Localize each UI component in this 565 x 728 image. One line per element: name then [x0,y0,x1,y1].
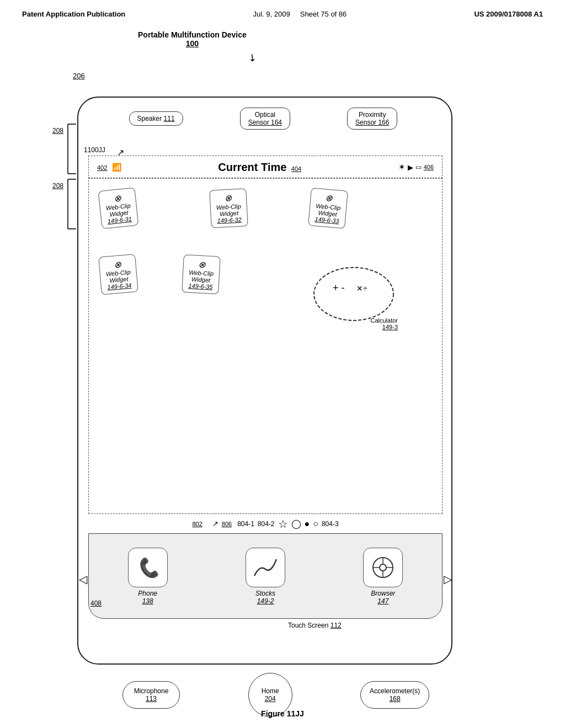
microphone-button[interactable]: Microphone113 [122,681,180,709]
widget-label-31: Web-ClipWidget149-6-31 [105,202,132,225]
dock-browser[interactable]: Browser147 [363,548,403,605]
svg-point-10 [380,564,386,571]
label-206: 206 [73,72,85,80]
current-time-text: Current Time [218,161,286,173]
label-8043-text: 804-3 [322,520,339,528]
widget-icon-32: ⊗ [216,192,241,204]
header-date: Jul. 9, 2009 [253,10,290,18]
label-1100jj: 1100JJ [84,146,105,154]
status-label-406: 406 [424,164,434,170]
label-208-top: 208 [52,127,63,135]
widget-149-6-34[interactable]: ⊗ Web-ClipWidget149-6-34 [98,254,138,295]
touchscreen-label: Touch Screen 112 [288,622,342,629]
phone-label: Phone138 [128,590,168,605]
widget-label-32: Web-ClipWidget149-6-32 [216,203,242,224]
dock-arrow-left: ◁ [79,572,87,586]
person-icon: ◯ [291,518,301,529]
dot-filled-icon: ● [305,519,310,529]
phone-icon: 📞 [128,548,168,587]
header-center: Jul. 9, 2009 Sheet 75 of 86 [253,10,347,18]
bottom-dock: ◁ ▷ 📞 Phone138 Stocks149-2 [88,533,443,619]
arrow-left-806: ↗ [212,520,218,528]
patent-header: Patent Application Publication Jul. 9, 2… [0,0,565,24]
widget-149-6-32[interactable]: ⊗ Web-ClipWidget149-6-32 [209,188,248,228]
header-sheet: Sheet 75 of 86 [300,10,347,18]
status-label-404: 404 [291,165,301,172]
microphone-label: Microphone113 [134,687,169,703]
speaker-sensor: Speaker 111 [129,111,183,126]
accelerometer-button[interactable]: Accelerometer(s)168 [360,681,429,709]
sensors-row: Speaker 111 OpticalSensor 164 ProximityS… [100,108,426,130]
dock-arrow-right: ▷ [444,572,452,586]
browser-label: Browser147 [363,590,403,605]
calculator-icon: + - ✕÷ [310,264,398,324]
label-208-bottom: 208 [52,182,63,190]
bt-icon: ✶ [398,162,406,172]
browser-icon [363,548,403,587]
stocks-label: Stocks149-2 [246,590,285,605]
title-arrow-icon: ↘ [246,50,260,65]
calculator-widget[interactable]: + - ✕÷ Calculator 149-3 [310,264,398,330]
status-bar-content: 402 📶 Current Time 404 ✶ ▶ ▭ 406 [90,157,440,177]
status-left: 402 📶 [97,162,121,172]
dot-empty-icon: ○ [313,519,318,529]
battery-icon: ▭ [415,163,422,171]
proximity-sensor: ProximitySensor 166 [347,108,397,130]
svg-point-6 [314,267,393,320]
widget-149-6-35[interactable]: ⊗ Web-ClipWidget149-6-35 [182,254,221,294]
header-right: US 2009/0178008 A1 [474,10,543,18]
header-left: Patent Application Publication [22,10,125,18]
speaker-label: Speaker 111 [137,115,175,122]
label-8042-text: 804-2 [258,520,275,528]
page: Patent Application Publication Jul. 9, 2… [0,0,565,728]
page-indicator-row: 802 ↗ 806 804-1 804-2 ☆ ◯ ● ○ 804-3 [88,513,443,533]
label-408: 408 [90,599,102,607]
widget-label-34: Web-ClipWidget149-6-34 [105,269,132,291]
main-content-area: ⊗ Web-ClipWidget149-6-31 ⊗ Web-ClipWidge… [88,178,443,514]
status-center: Current Time 404 [218,161,301,174]
svg-text:+ -: + - [333,282,345,293]
widget-label-33: Web-ClipWidget149-6-33 [315,202,341,224]
optical-sensor: OpticalSensor 164 [240,108,290,130]
device-title: Portable Multifunction Device 100 [138,30,247,48]
home-label: Home204 [262,687,279,703]
device-outer: Speaker 111 OpticalSensor 164 ProximityS… [77,97,452,665]
dock-phone[interactable]: 📞 Phone138 [128,548,168,605]
play-icon: ▶ [408,163,413,172]
proximity-label: ProximitySensor 166 [355,111,389,126]
widget-icon-35: ⊗ [189,259,214,270]
widget-149-6-33[interactable]: ⊗ Web-ClipWidget149-6-33 [308,188,348,229]
widget-149-6-31[interactable]: ⊗ Web-ClipWidget149-6-31 [98,188,139,229]
figure-caption: Figure 11JJ [0,709,565,718]
optical-label: OpticalSensor 164 [248,111,282,126]
stocks-icon [246,548,285,587]
status-right: ✶ ▶ ▭ 406 [398,162,434,172]
device-title-line2: 100 [138,39,247,48]
status-label-402: 402 [97,164,107,171]
widget-label-35: Web-ClipWidget149-6-35 [188,269,214,290]
svg-text:✕÷: ✕÷ [356,284,367,293]
label-802-text: 802 [192,521,202,527]
label-8041-text: 804-1 [237,520,254,528]
accelerometer-label: Accelerometer(s)168 [370,687,420,703]
label-806-text: 806 [222,521,232,527]
diagram-area: Portable Multifunction Device 100 ↘ 206 … [50,30,508,703]
wifi-icon: 📶 [112,163,121,172]
device-title-line1: Portable Multifunction Device [138,30,247,39]
star-icon: ☆ [278,517,288,531]
dock-stocks[interactable]: Stocks149-2 [246,548,285,605]
